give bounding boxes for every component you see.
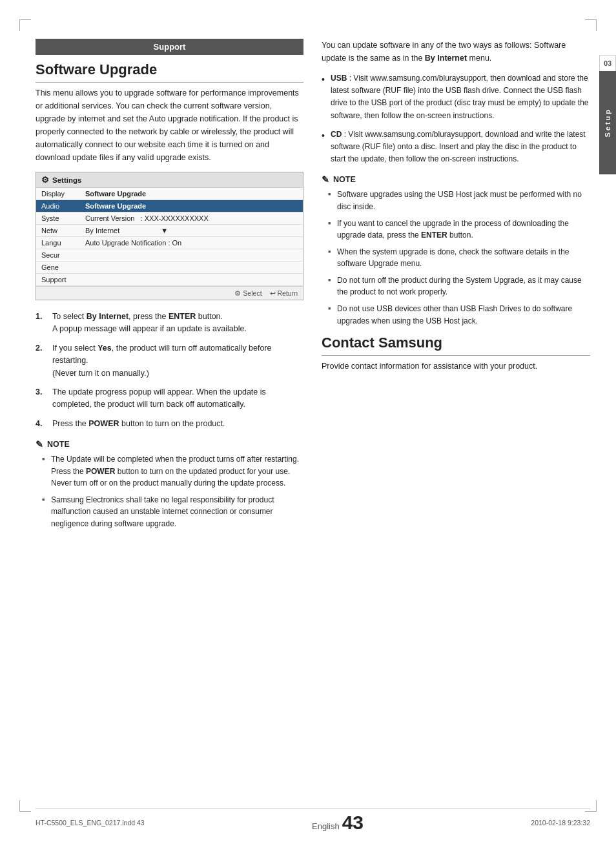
settings-row-language: Langu Auto Upgrade Notification : On [36, 237, 303, 249]
right-note-list: Software upgrades using the USB Host jac… [322, 189, 590, 327]
page-footer: HT-C5500_ELS_ENG_0217.indd 43 English 43… [36, 808, 590, 832]
support-header: Support [36, 39, 303, 55]
sidebar-tab: Setup [599, 71, 616, 174]
footer-left: HT-C5500_ELS_ENG_0217.indd 43 [36, 819, 145, 827]
settings-rows: Display Software Upgrade Audio Software … [36, 188, 303, 286]
settings-row-general: Gene [36, 262, 303, 274]
footer-page-number: 43 [342, 813, 364, 832]
sidebar-chapter-number: 03 [599, 55, 616, 72]
right-note-item-2: If you want to cancel the upgrade in the… [331, 218, 590, 242]
settings-row-support: Support [36, 274, 303, 286]
right-note-header: ✎ NOTE [322, 174, 590, 185]
right-intro-text: You can update software in any of the tw… [322, 39, 590, 65]
settings-row-network: Netw By Internet ▼ [36, 225, 303, 237]
left-note-item-1: The Update will be completed when the pr… [45, 453, 303, 489]
note-icon: ✎ [36, 439, 43, 449]
main-content: Support Software Upgrade This menu allow… [36, 39, 590, 799]
corner-mark-bl [19, 800, 31, 812]
corner-mark-tr [585, 19, 597, 31]
body-text-intro: This menu allows you to upgrade software… [36, 87, 303, 164]
right-note-item-1: Software upgrades using the USB Host jac… [331, 189, 590, 212]
step-1: 1. To select By Internet, press the ENTE… [36, 311, 303, 336]
left-note-list: The Update will be completed when the pr… [36, 453, 303, 530]
settings-screenshot: ⚙ Settings Display Software Upgrade Audi… [36, 172, 303, 300]
footer-language: English [312, 821, 340, 831]
contact-samsung-title: Contact Samsung [322, 335, 590, 356]
right-note-item-5: Do not use USB devices other than USB Fl… [331, 303, 590, 327]
settings-row-system: Syste Current Version : XXX-XXXXXXXXXX [36, 212, 303, 225]
right-note-section: ✎ NOTE Software upgrades using the USB H… [322, 174, 590, 327]
gear-icon: ⚙ [41, 175, 49, 185]
settings-title-bar: ⚙ Settings [36, 172, 303, 188]
step-3: 3. The update progress popup will appear… [36, 386, 303, 411]
steps-list: 1. To select By Internet, press the ENTE… [36, 311, 303, 430]
settings-row-display: Display Software Upgrade [36, 188, 303, 200]
right-note-item-3: When the system upgrade is done, check t… [331, 246, 590, 270]
settings-footer: ⚙ Select ↩ Return [36, 286, 303, 300]
sidebar-tab-label: Setup [604, 108, 611, 138]
left-note-header: ✎ NOTE [36, 439, 303, 449]
contact-text: Provide contact information for assistan… [322, 360, 590, 373]
left-note-item-2: Samsung Electronics shall take no legal … [45, 494, 303, 530]
right-column: You can update software in any of the tw… [322, 39, 590, 799]
section-title-software-upgrade: Software Upgrade [36, 61, 303, 83]
left-column: Support Software Upgrade This menu allow… [36, 39, 303, 799]
step-4: 4. Press the POWER button to turn on the… [36, 418, 303, 430]
footer-right: 2010-02-18 9:23:32 [531, 819, 590, 827]
footer-page-info: English 43 [312, 813, 364, 832]
right-note-item-4: Do not turn off the product during the S… [331, 274, 590, 298]
right-note-icon: ✎ [322, 174, 329, 185]
bullet-list: USB : Visit www.samsung.com/bluraysuppor… [322, 72, 590, 165]
settings-row-security: Secur [36, 249, 303, 262]
bullet-usb: USB : Visit www.samsung.com/bluraysuppor… [322, 72, 590, 122]
step-2: 2. If you select Yes, the product will t… [36, 342, 303, 380]
settings-row-audio: Audio Software Upgrade [36, 200, 303, 212]
left-note-section: ✎ NOTE The Update will be completed when… [36, 439, 303, 530]
bullet-cd: CD : Visit www.samsung.com/bluraysupport… [322, 129, 590, 166]
corner-mark-tl [19, 19, 31, 31]
